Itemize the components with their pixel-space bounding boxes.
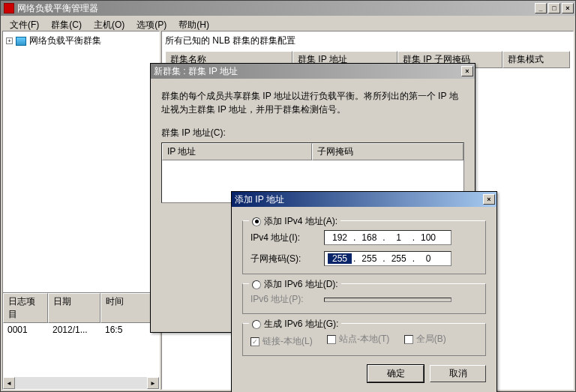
ipv6-label: IPv6 地址(P): — [250, 293, 318, 306]
ipv4-legend-label: 添加 IPv4 地址(A): — [264, 215, 338, 228]
gen-ipv6-group: 生成 IPv6 地址(G): ✓ 链接-本地(L) 站点-本地(T) 全局(B) — [242, 323, 486, 356]
add-ip-title: 添加 IP 地址 — [235, 193, 483, 206]
log-col-item[interactable]: 日志项目 — [3, 293, 48, 323]
main-titlebar[interactable]: 网络负载平衡管理器 _ □ × — [1, 1, 575, 16]
check-site — [327, 335, 336, 344]
scroll-right-icon[interactable]: ► — [147, 377, 159, 389]
new-cluster-desc: 群集的每个成员共享群集 IP 地址以进行负载平衡。将所列出的第一个 IP 地址视… — [161, 89, 464, 116]
app-icon — [4, 3, 14, 13]
mask-label: 子网掩码(S): — [250, 253, 318, 265]
close-button[interactable]: × — [562, 3, 574, 13]
ipv6-group: 添加 IPv6 地址(D): IPv6 地址(P): — [242, 283, 486, 314]
add-ip-dialog: 添加 IP 地址 × 添加 IPv4 地址(A): IPv4 地址(I): 19… — [231, 191, 497, 392]
mask-input[interactable]: 255. 255. 255. 0 — [324, 251, 452, 266]
log-cell-date: 2012/1... — [48, 325, 100, 335]
main-title: 网络负载平衡管理器 — [17, 2, 535, 15]
log-cell-item: 0001 — [3, 325, 48, 335]
ipv6-radio[interactable] — [252, 280, 261, 289]
ipv4-input[interactable]: 192. 168. 1. 100 — [324, 230, 452, 245]
new-cluster-title: 新群集 : 群集 IP 地址 — [154, 65, 461, 78]
log-scrollbar[interactable]: ◄ ► — [3, 377, 159, 389]
ip-table-col-mask[interactable]: 子网掩码 — [312, 143, 464, 160]
opt-site: 站点-本地(T) — [327, 333, 389, 346]
add-ip-close-button[interactable]: × — [483, 194, 495, 205]
cluster-icon — [16, 37, 26, 46]
ipv4-group: 添加 IPv4 地址(A): IPv4 地址(I): 192. 168. 1. … — [242, 220, 486, 274]
scroll-left-icon[interactable]: ◄ — [3, 377, 15, 389]
tree-root-label: 网络负载平衡群集 — [29, 34, 101, 47]
tree-expander[interactable]: + — [6, 37, 13, 44]
check-global — [404, 335, 413, 344]
list-title: 所有已知的 NLB 群集的群集配置 — [165, 34, 570, 47]
ok-button[interactable]: 确定 — [368, 365, 424, 382]
dialog-close-button[interactable]: × — [461, 66, 473, 76]
ipv6-radio-legend[interactable]: 添加 IPv6 地址(D): — [249, 278, 341, 291]
ipv4-radio-legend[interactable]: 添加 IPv4 地址(A): — [249, 215, 340, 228]
minimize-button[interactable]: _ — [535, 3, 547, 13]
ip-list-label: 群集 IP 地址(C): — [161, 127, 464, 139]
new-cluster-titlebar[interactable]: 新群集 : 群集 IP 地址 × — [151, 64, 475, 79]
log-pane: 日志项目 日期 时间 0001 2012/1... 16:5 ◄ ► — [2, 292, 160, 390]
gen-ipv6-legend-label: 生成 IPv6 地址(G): — [264, 318, 338, 331]
opt-global: 全局(B) — [404, 333, 446, 346]
col-mode[interactable]: 群集模式 — [502, 51, 570, 68]
log-headers: 日志项目 日期 时间 — [3, 293, 159, 323]
dialog-buttons: 确定 取消 — [232, 359, 496, 392]
gen-ipv6-radio-legend[interactable]: 生成 IPv6 地址(G): — [249, 318, 341, 331]
cancel-button[interactable]: 取消 — [430, 365, 486, 382]
ipv6-input — [324, 298, 452, 302]
add-ip-titlebar[interactable]: 添加 IP 地址 × — [232, 192, 496, 207]
maximize-button[interactable]: □ — [548, 3, 560, 13]
ipv4-label: IPv4 地址(I): — [250, 232, 318, 244]
ipv4-radio[interactable] — [252, 217, 261, 226]
check-link: ✓ — [250, 337, 260, 346]
ip-table-col-ip[interactable]: IP 地址 — [162, 143, 312, 160]
log-row[interactable]: 0001 2012/1... 16:5 — [3, 323, 159, 337]
tree-root[interactable]: + 网络负载平衡群集 — [6, 34, 156, 47]
ipv6-legend-label: 添加 IPv6 地址(D): — [264, 278, 338, 291]
opt-link: ✓ 链接-本地(L) — [250, 335, 313, 348]
log-col-date[interactable]: 日期 — [48, 293, 100, 323]
log-cell-time: 16:5 — [100, 325, 127, 335]
gen-ipv6-radio[interactable] — [252, 320, 261, 329]
